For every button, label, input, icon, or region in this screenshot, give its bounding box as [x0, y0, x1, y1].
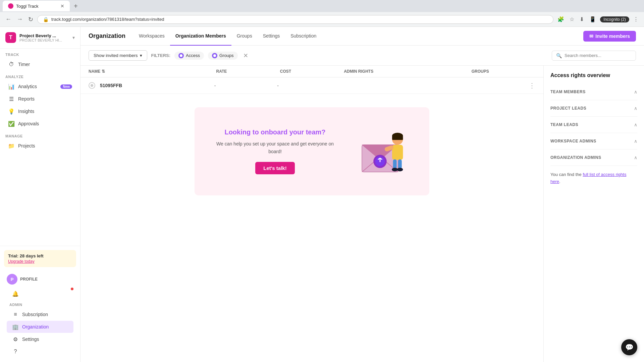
chat-fab-button[interactable]: 💬 — [621, 339, 637, 355]
project-chevron-icon[interactable]: ▾ — [72, 35, 75, 40]
filter-chip-access[interactable]: Access — [174, 52, 204, 60]
lets-talk-button[interactable]: Let's talk! — [255, 162, 294, 174]
onboarding-card: Looking to onboard your team? We can hel… — [195, 107, 429, 195]
row-menu-btn[interactable]: ⋮ — [529, 81, 535, 89]
pending-dot — [91, 84, 93, 87]
forward-btn[interactable]: → — [15, 14, 24, 24]
organization-icon: 🏢 — [12, 323, 19, 330]
reports-icon: ☰ — [8, 96, 15, 102]
track-label: TRACK — [0, 49, 80, 58]
new-tab-btn[interactable]: + — [71, 2, 80, 10]
download-btn[interactable]: ⬇ — [578, 15, 585, 24]
subscription-label: Subscription — [22, 312, 68, 317]
sidebar-item-help[interactable]: ? — [7, 346, 73, 358]
trial-title: Trial: 28 days left — [8, 253, 72, 258]
sidebar-item-approvals[interactable]: ✅ Approvals — [3, 118, 77, 130]
access-section-team-leads: TEAM LEADS ∧ — [550, 117, 637, 133]
onboarding-illustration — [353, 121, 413, 182]
sidebar-item-projects[interactable]: 📁 Projects — [3, 140, 77, 152]
content-area: NAME ⇅ RATE COST ADMIN RIGHTS GROUPS 510… — [80, 66, 644, 362]
invite-members-button[interactable]: ✉ Invite members — [583, 31, 636, 42]
sidebar-item-analytics[interactable]: 📊 Analytics New — [3, 80, 77, 93]
filters-bar: Show invited members ▾ FILTERS: Access G… — [80, 46, 644, 66]
track-section: TRACK ⏱ Timer — [0, 49, 80, 71]
col-cost-header: COST — [280, 69, 344, 74]
svg-rect-14 — [393, 159, 397, 169]
organization-label: Organization — [22, 324, 68, 329]
bell-icon: 🔔 — [12, 290, 19, 297]
devices-btn[interactable]: 📱 — [588, 15, 597, 24]
tab-bar: Toggl Track ✕ + — [0, 0, 644, 12]
nav-workspaces[interactable]: Workspaces — [133, 27, 170, 46]
access-section-org-admins: ORGANIZATION ADMINS ∧ — [550, 149, 637, 166]
subscription-icon: ≡ — [12, 311, 19, 318]
filter-groups-icon — [212, 53, 217, 58]
table-main: NAME ⇅ RATE COST ADMIN RIGHTS GROUPS 510… — [80, 66, 543, 362]
avatar: P — [7, 274, 17, 285]
sidebar-profile-item[interactable]: P PROFILE — [4, 271, 76, 287]
nav-settings[interactable]: Settings — [258, 27, 285, 46]
sidebar-item-settings[interactable]: ⚙ Settings — [7, 333, 73, 345]
filter-clear-btn[interactable]: ✕ — [243, 52, 248, 59]
address-text: track.toggl.com/organization/7861318/tea… — [51, 17, 164, 22]
sidebar-item-organization[interactable]: 🏢 Organization — [7, 321, 73, 333]
team-members-header[interactable]: TEAM MEMBERS ∧ — [550, 88, 637, 96]
analytics-icon: 📊 — [8, 83, 15, 90]
reports-label: Reports — [18, 96, 72, 102]
sidebar-header[interactable]: T Project Beverly ... PROJECT BEVERLY HI… — [0, 27, 80, 49]
workspace-admins-label: WORKSPACE ADMINS — [550, 139, 596, 143]
pending-status-icon — [89, 82, 95, 89]
bookmark-btn[interactable]: ☆ — [568, 15, 576, 24]
refresh-btn[interactable]: ↻ — [27, 14, 35, 24]
workspace-admins-header[interactable]: WORKSPACE ADMINS ∧ — [550, 137, 637, 145]
sidebar-item-reports[interactable]: ☰ Reports — [3, 93, 77, 105]
search-input[interactable] — [565, 53, 632, 58]
analyze-section: ANALYZE 📊 Analytics New ☰ Reports 💡 Insi… — [0, 71, 80, 130]
sidebar-item-notification[interactable]: 🔔 — [7, 288, 73, 300]
tab-close-btn[interactable]: ✕ — [60, 3, 64, 9]
team-leads-header[interactable]: TEAM LEADS ∧ — [550, 121, 637, 129]
sidebar-item-timer[interactable]: ⏱ Timer — [3, 58, 77, 70]
cost-cell: - — [277, 83, 340, 88]
nav-org-members[interactable]: Organization Members — [170, 27, 231, 46]
col-groups-header: GROUPS — [472, 69, 535, 74]
team-members-chevron-icon: ∧ — [634, 89, 637, 95]
timer-label: Timer — [18, 62, 72, 67]
menu-btn[interactable]: ⋮ — [632, 15, 640, 24]
search-icon: 🔍 — [556, 53, 562, 58]
team-leads-chevron-icon: ∧ — [634, 122, 637, 127]
admin-label: ADMIN — [4, 300, 76, 308]
team-leads-label: TEAM LEADS — [550, 122, 578, 127]
col-name-header: NAME ⇅ — [89, 69, 216, 74]
sidebar-item-insights[interactable]: 💡 Insights — [3, 105, 77, 117]
filter-chip-groups[interactable]: Groups — [208, 52, 238, 60]
sidebar-item-subscription[interactable]: ≡ Subscription — [7, 308, 73, 320]
analyze-label: ANALYZE — [0, 71, 80, 80]
nav-groups[interactable]: Groups — [231, 27, 258, 46]
onboarding-title: Looking to onboard your team? — [211, 128, 339, 136]
address-bar[interactable]: 🔒 track.toggl.com/organization/7861318/t… — [37, 15, 553, 24]
back-btn[interactable]: ← — [4, 14, 13, 24]
project-leads-header[interactable]: PROJECT LEADS ∧ — [550, 104, 637, 112]
nav-subscription[interactable]: Subscription — [285, 27, 322, 46]
show-invited-button[interactable]: Show invited members ▾ — [89, 50, 147, 61]
approvals-icon: ✅ — [8, 120, 15, 127]
active-tab[interactable]: Toggl Track ✕ — [3, 1, 70, 11]
filter-access-icon — [178, 53, 184, 58]
org-admins-header[interactable]: ORGANIZATION ADMINS ∧ — [550, 154, 637, 162]
svg-point-0 — [180, 54, 182, 57]
access-section-workspace-admins: WORKSPACE ADMINS ∧ — [550, 133, 637, 149]
projects-label: Projects — [18, 143, 72, 148]
member-name-cell: 51095Ffb — [89, 82, 214, 89]
upgrade-link[interactable]: Upgrade today — [8, 259, 35, 264]
sort-icon[interactable]: ⇅ — [102, 69, 105, 74]
nav-bar: ← → ↻ 🔒 track.toggl.com/organization/786… — [0, 12, 644, 27]
table-header: NAME ⇅ RATE COST ADMIN RIGHTS GROUPS — [80, 66, 543, 77]
insights-label: Insights — [18, 109, 72, 114]
insights-icon: 💡 — [8, 108, 15, 115]
svg-rect-11 — [392, 136, 403, 140]
project-leads-label: PROJECT LEADS — [550, 106, 586, 111]
svg-rect-12 — [392, 145, 403, 160]
lock-icon: 🔒 — [43, 17, 49, 22]
extensions-btn[interactable]: 🧩 — [556, 15, 566, 24]
